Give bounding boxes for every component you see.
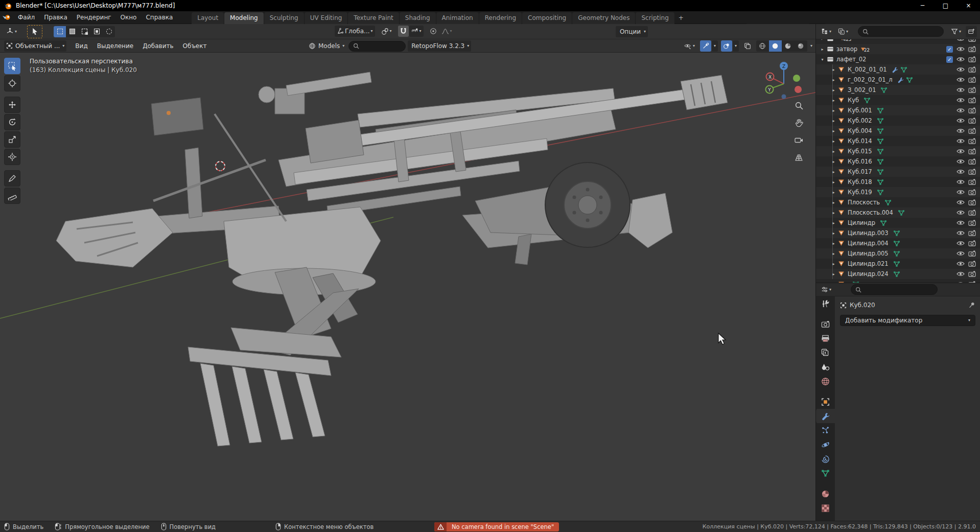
menubar-menu-рендеринг[interactable]: Рендеринг xyxy=(72,12,116,23)
outliner-row-цилиндр-003[interactable]: ▸Цилиндр.003 xyxy=(816,228,980,238)
disable-render-camera-icon[interactable] xyxy=(968,199,976,205)
editor-type-button[interactable]: ▾ xyxy=(4,26,19,37)
expander-icon[interactable]: ▸ xyxy=(830,88,837,92)
properties-editor-type-button[interactable]: ▾ xyxy=(819,284,833,295)
outliner-filter-button[interactable]: ▾ xyxy=(949,26,963,37)
navigation-gizmo[interactable]: Z X Y xyxy=(763,59,804,100)
tool-annotate-button[interactable] xyxy=(4,170,20,187)
hide-viewport-eye-icon[interactable] xyxy=(956,169,965,175)
hide-viewport-eye-icon[interactable] xyxy=(956,128,965,134)
disable-render-camera-icon[interactable] xyxy=(968,189,976,195)
outliner-row-куб-017[interactable]: ▸Куб.017 xyxy=(816,167,980,177)
expander-icon[interactable]: ▸ xyxy=(830,67,837,72)
outliner-row-цилиндр-004[interactable]: ▸Цилиндр.004 xyxy=(816,238,980,248)
expander-icon[interactable]: ▸ xyxy=(830,98,837,103)
overlays-toggle[interactable] xyxy=(721,40,732,52)
expander-icon[interactable]: ▸ xyxy=(830,149,837,154)
outliner-row-плоскость[interactable]: ▸Плоскость xyxy=(816,197,980,207)
prop-modifiers-tab[interactable] xyxy=(816,409,835,423)
outliner-row-цилиндр-005[interactable]: ▸Цилиндр.005 xyxy=(816,248,980,259)
hide-viewport-eye-icon[interactable] xyxy=(956,97,965,103)
workspace-tab-geometry-nodes[interactable]: Geometry Nodes xyxy=(572,12,635,24)
expander-icon[interactable]: ▸ xyxy=(830,211,837,215)
expander-icon[interactable]: ▸ xyxy=(830,139,837,144)
prop-texture-tab[interactable] xyxy=(816,501,835,515)
hide-viewport-eye-icon[interactable] xyxy=(956,271,965,277)
gizmo-dropdown[interactable]: ▾ xyxy=(712,40,718,52)
proportional-falloff-dropdown[interactable]: ▾ xyxy=(439,26,454,37)
disable-render-camera-icon[interactable] xyxy=(968,77,976,83)
menubar-menu-правка[interactable]: Правка xyxy=(39,12,72,23)
disable-render-camera-icon[interactable] xyxy=(968,107,976,113)
pin-icon[interactable] xyxy=(968,302,975,309)
expander-icon[interactable]: ▸ xyxy=(830,119,837,123)
tool-transform-button[interactable] xyxy=(4,149,20,165)
workspace-tab-compositing[interactable]: Compositing xyxy=(522,12,572,24)
outliner-row-partial[interactable]: ▸ xyxy=(816,279,980,283)
outliner-row-куб-001[interactable]: ▸Куб.001 xyxy=(816,105,980,115)
select-new-button[interactable] xyxy=(54,26,66,37)
retopoflow-dropdown[interactable]: RetopoFlow 3.2.3 ▾ xyxy=(408,40,471,52)
tool-rotate-button[interactable] xyxy=(4,114,20,130)
workspace-tab-animation[interactable]: Animation xyxy=(436,12,479,24)
menubar-menu-окно[interactable]: Окно xyxy=(116,12,142,23)
tool-select-box-button[interactable] xyxy=(4,58,20,74)
tool-move-button[interactable] xyxy=(4,97,20,113)
prop-output-tab[interactable] xyxy=(816,331,835,345)
hide-viewport-eye-icon[interactable] xyxy=(956,148,965,154)
disable-render-camera-icon[interactable] xyxy=(968,261,976,267)
disable-render-camera-icon[interactable] xyxy=(968,97,976,103)
mode-dropdown[interactable]: Объектный ... ▾ xyxy=(4,40,66,52)
outliner-row-плоскость-004[interactable]: ▸Плоскость.004 xyxy=(816,207,980,218)
hide-viewport-eye-icon[interactable] xyxy=(956,118,965,124)
snap-settings-dropdown[interactable]: ▾ xyxy=(409,26,424,37)
add-workspace-button[interactable]: + xyxy=(675,12,687,24)
shading-wireframe-button[interactable] xyxy=(756,40,769,52)
disable-render-camera-icon[interactable] xyxy=(968,179,976,185)
hide-viewport-eye-icon[interactable] xyxy=(956,230,965,236)
transform-orientation-dropdown[interactable]: Глоба... ▾ xyxy=(335,26,375,37)
outliner-row-partial[interactable]: ▸423 xyxy=(816,39,980,44)
prop-world-tab[interactable] xyxy=(816,374,835,388)
prop-render-tab[interactable] xyxy=(816,317,835,331)
gizmo-toggle[interactable] xyxy=(700,40,711,52)
outliner-row-цилиндр-021[interactable]: ▸Цилиндр.021 xyxy=(816,259,980,269)
viewport-zoom-button[interactable] xyxy=(792,99,805,112)
asset-library-dropdown[interactable]: Models ▾ xyxy=(307,40,346,52)
outliner-row-куб-016[interactable]: ▸Куб.016 xyxy=(816,156,980,167)
hide-viewport-eye-icon[interactable] xyxy=(956,158,965,165)
prop-physics-tab[interactable] xyxy=(816,437,835,452)
menubar-menu-файл[interactable]: Файл xyxy=(13,12,39,23)
hide-viewport-eye-icon[interactable] xyxy=(956,210,965,216)
expander-icon[interactable]: ▸ xyxy=(830,159,837,164)
hide-viewport-eye-icon[interactable] xyxy=(956,199,965,205)
outliner-editor-type-button[interactable]: ▾ xyxy=(819,26,833,37)
shading-rendered-button[interactable] xyxy=(795,40,807,52)
properties-search-input[interactable] xyxy=(851,284,938,295)
workspace-tab-sculpting[interactable]: Sculpting xyxy=(264,12,304,24)
expander-icon[interactable]: ▸ xyxy=(830,262,837,266)
asset-search-input[interactable] xyxy=(348,41,406,52)
hide-viewport-eye-icon[interactable] xyxy=(956,39,965,42)
hide-viewport-eye-icon[interactable] xyxy=(956,56,965,62)
proportional-editing-toggle[interactable] xyxy=(428,26,439,37)
expander-icon[interactable]: ▸ xyxy=(819,47,826,52)
maximize-button[interactable]: □ xyxy=(934,0,957,11)
disable-render-camera-icon[interactable] xyxy=(968,39,976,42)
hide-viewport-eye-icon[interactable] xyxy=(956,189,965,195)
outliner-row-куб-014[interactable]: ▸Куб.014 xyxy=(816,136,980,146)
hide-viewport-eye-icon[interactable] xyxy=(956,138,965,144)
viewport-menu-вид[interactable]: Вид xyxy=(71,40,92,52)
prop-data-tab[interactable] xyxy=(816,466,835,480)
outliner-row-куб-002[interactable]: ▸Куб.002 xyxy=(816,115,980,126)
snap-toggle[interactable] xyxy=(398,26,409,37)
expander-icon[interactable]: ▸ xyxy=(830,78,837,82)
object-visibility-dropdown[interactable]: ▾ xyxy=(682,40,697,52)
outliner-row-куб-004[interactable]: ▸Куб.004 xyxy=(816,126,980,136)
add-modifier-dropdown[interactable]: Добавить модификатор ▾ xyxy=(840,315,975,326)
expander-icon[interactable]: ▸ xyxy=(830,231,837,236)
outliner-row-цилиндр-024[interactable]: ▸Цилиндр.024 xyxy=(816,269,980,279)
viewport-menu-добавить[interactable]: Добавить xyxy=(138,40,178,52)
gizmo-y-neg-axis[interactable] xyxy=(793,75,800,82)
disable-render-camera-icon[interactable] xyxy=(968,169,976,175)
